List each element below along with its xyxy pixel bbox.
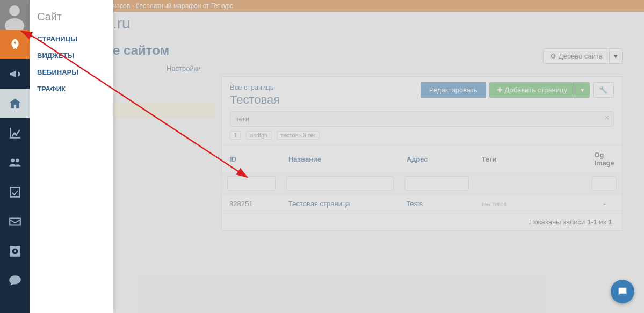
avatar[interactable]: [0, 0, 30, 30]
svg-point-1: [9, 5, 20, 16]
add-page-button[interactable]: ✚ Добавить страницу: [489, 82, 575, 98]
tag-chip[interactable]: asdfgh: [246, 131, 271, 140]
wrench-icon: 🔧: [599, 86, 608, 94]
nav-mail[interactable]: [0, 207, 30, 236]
col-id[interactable]: ID: [222, 145, 281, 173]
tag-chip[interactable]: 1: [230, 131, 241, 140]
wrench-button[interactable]: 🔧: [593, 82, 614, 98]
add-page-caret[interactable]: ▾: [575, 82, 590, 98]
col-tags: Теги: [474, 145, 587, 173]
settings-link[interactable]: Настройки: [167, 64, 201, 72]
gear-box-icon: [8, 244, 22, 258]
filter-id[interactable]: [227, 176, 276, 191]
cell-og: -: [587, 194, 622, 214]
filter-addr[interactable]: [404, 176, 469, 191]
filter-og[interactable]: [592, 176, 617, 191]
col-addr[interactable]: Адрес: [399, 145, 474, 173]
site-tree-button[interactable]: ⚙ Дерево сайта: [543, 48, 610, 64]
check-icon: [8, 185, 22, 199]
megaphone-icon: [8, 67, 22, 81]
pages-panel: Все страницы Тестовая Редактировать ✚ До…: [221, 76, 623, 231]
nav-megaphone[interactable]: [0, 59, 30, 89]
nav-users[interactable]: [0, 148, 30, 177]
tags-input[interactable]: [230, 111, 614, 127]
all-pages-link[interactable]: Все страницы: [230, 83, 275, 91]
chat-fab[interactable]: [611, 280, 634, 303]
nav-cog-box[interactable]: [0, 236, 30, 266]
site-submenu: Сайт СТРАНИЦЫ ВИДЖЕТЫ ВЕБИНАРЫ ТРАФИК: [30, 0, 113, 313]
rocket-icon: [8, 38, 22, 52]
chart-icon: [8, 126, 22, 140]
left-nav-rail: [0, 0, 30, 313]
page-addr-link[interactable]: Tests: [407, 200, 423, 208]
submenu-webinars[interactable]: ВЕБИНАРЫ: [30, 64, 113, 81]
add-page-label: Добавить страницу: [505, 86, 567, 94]
site-tree-caret[interactable]: ▾: [610, 48, 623, 64]
nav-rocket[interactable]: [0, 30, 30, 59]
cell-id: 828251: [222, 194, 281, 214]
submenu-pages[interactable]: СТРАНИЦЫ: [30, 31, 113, 47]
nav-check[interactable]: [0, 177, 30, 207]
nav-chart[interactable]: [0, 118, 30, 148]
col-name[interactable]: Название: [281, 145, 399, 173]
site-tree-label: Дерево сайта: [559, 52, 603, 60]
nav-chat[interactable]: [0, 266, 30, 295]
edit-button[interactable]: Редактировать: [421, 82, 486, 98]
home-icon: [8, 97, 22, 111]
filter-name[interactable]: [286, 176, 394, 191]
gear-icon: ⚙: [550, 52, 556, 60]
submenu-traffic[interactable]: ТРАФИК: [30, 81, 113, 97]
cell-tags: нет тегов: [482, 201, 507, 207]
chat-icon: [8, 274, 22, 288]
mail-icon: [8, 215, 22, 229]
col-og: Og Image: [587, 145, 622, 173]
clear-tags-icon[interactable]: ×: [605, 113, 609, 122]
nav-home[interactable]: [0, 89, 30, 118]
chat-bubble-icon: [617, 286, 628, 297]
page-name-link[interactable]: Тестовая страница: [288, 200, 350, 208]
submenu-title: Сайт: [30, 9, 113, 31]
submenu-widgets[interactable]: ВИДЖЕТЫ: [30, 47, 113, 64]
table-summary: Показаны записи 1-1 из 1.: [222, 214, 622, 230]
tag-chip[interactable]: тестовый тег: [277, 131, 320, 140]
site-domain: .ru: [113, 15, 628, 32]
plus-icon: ✚: [497, 86, 503, 94]
users-icon: [8, 156, 22, 170]
table-row[interactable]: 828251 Тестовая страница Tests нет тегов…: [222, 194, 622, 214]
